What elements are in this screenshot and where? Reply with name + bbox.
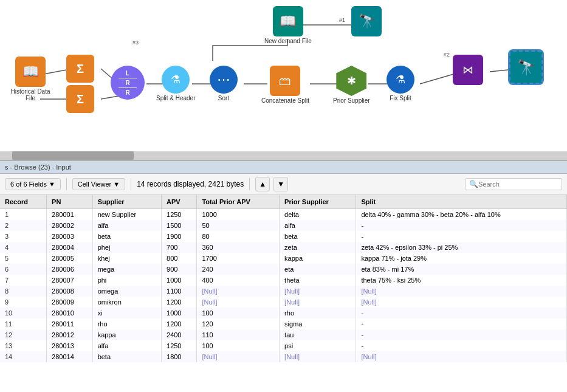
table-cell: 8 — [0, 286, 47, 297]
table-cell: 1100 — [162, 286, 197, 297]
node-split-header-label: Split & Header — [156, 95, 195, 101]
table-cell: kappa — [92, 329, 161, 340]
table-row: 6280006mega900240etaeta 83% - mi 17% — [0, 264, 567, 275]
svg-text:#1: #1 — [339, 17, 345, 23]
table-cell: psi — [280, 340, 356, 351]
table-cell: 1900 — [162, 231, 197, 242]
table-cell: eta 83% - mi 17% — [356, 264, 567, 275]
dropdown-arrow-icon: ▼ — [49, 181, 55, 188]
table-cell: 1000 — [197, 209, 280, 221]
table-cell: 280004 — [47, 242, 93, 253]
table-cell: [Null] — [356, 297, 567, 308]
table-header-row: Record PN Supplier APV Total Prior APV P… — [0, 195, 567, 209]
workflow-canvas: #1 #3 #2 📖 New demand File 🔭 📖 Historica… — [0, 0, 567, 161]
browse-toolbar: 6 of 6 Fields ▼ Cell Viewer ▼ 14 records… — [0, 174, 567, 195]
toolbar-separator-3 — [249, 178, 250, 190]
table-cell: [Null] — [356, 286, 567, 297]
node-concat-label: Concatenate Split — [261, 97, 309, 104]
table-cell: [Null] — [280, 351, 356, 362]
table-cell: 1700 — [197, 253, 280, 264]
node-branch[interactable]: ⋈ — [453, 55, 483, 85]
table-cell: beta — [92, 351, 161, 362]
node-sum1[interactable]: Σ — [66, 55, 94, 83]
node-split-header[interactable]: ⚗ Split & Header — [156, 66, 195, 101]
table-cell: theta — [280, 275, 356, 286]
table-cell: kappa 71% - jota 29% — [356, 253, 567, 264]
table-cell: rho — [280, 308, 356, 318]
col-header-apv: APV — [162, 195, 197, 209]
table-cell: 120 — [197, 318, 280, 329]
col-header-total-prior-apv: Total Prior APV — [197, 195, 280, 209]
table-cell: - — [356, 231, 567, 242]
data-table-container[interactable]: Record PN Supplier APV Total Prior APV P… — [0, 195, 567, 383]
dropdown-arrow-icon-2: ▼ — [113, 181, 120, 188]
node-fix-split[interactable]: ⚗ Fix Split — [387, 66, 414, 101]
table-cell: 280001 — [47, 209, 93, 221]
search-box[interactable]: 🔍 — [465, 178, 562, 190]
table-cell: - — [356, 340, 567, 351]
table-cell: sigma — [280, 318, 356, 329]
node-formula[interactable]: L R R — [111, 66, 145, 100]
node-sort[interactable]: ⋯ Sort — [210, 66, 238, 101]
table-cell: 9 — [0, 297, 47, 308]
node-prior-supplier-label: Prior Supplier — [333, 97, 370, 104]
node-new-demand[interactable]: 📖 New demand File — [264, 6, 312, 44]
node-browse-main[interactable]: 🔭 — [509, 50, 543, 84]
table-row: 12280012kappa2400110tau- — [0, 329, 567, 340]
table-cell: tau — [280, 329, 356, 340]
table-cell: 800 — [162, 253, 197, 264]
table-cell: 360 — [197, 242, 280, 253]
table-cell: alfa — [280, 220, 356, 231]
table-cell: 1000 — [162, 308, 197, 318]
node-sort-label: Sort — [218, 95, 229, 101]
nav-down-button[interactable]: ▼ — [273, 177, 288, 191]
node-new-demand-label: New demand File — [264, 38, 312, 44]
table-cell: 900 — [162, 264, 197, 275]
table-cell: 2 — [0, 220, 47, 231]
table-cell: alfa — [92, 220, 161, 231]
toolbar-separator-2 — [131, 178, 131, 190]
table-cell: 280010 — [47, 308, 93, 318]
table-cell: 280014 — [47, 351, 93, 362]
col-header-split: Split — [356, 195, 567, 209]
table-cell: 400 — [197, 275, 280, 286]
browse-panel-header: s - Browse (23) - Input — [0, 161, 567, 174]
node-sum2[interactable]: Σ — [66, 85, 94, 113]
table-cell: 1250 — [162, 209, 197, 221]
table-cell: xi — [92, 308, 161, 318]
table-cell: [Null] — [197, 351, 280, 362]
table-cell: 7 — [0, 275, 47, 286]
table-cell: 14 — [0, 351, 47, 362]
table-row: 13280013alfa1250100psi- — [0, 340, 567, 351]
fields-selector[interactable]: 6 of 6 Fields ▼ — [5, 178, 61, 190]
nav-up-button[interactable]: ▲ — [255, 177, 270, 191]
table-cell: 280007 — [47, 275, 93, 286]
svg-text:#2: #2 — [444, 52, 450, 58]
table-cell: 240 — [197, 264, 280, 275]
node-concat[interactable]: 🗃 Concatenate Split — [261, 66, 309, 104]
canvas-scroll-thumb[interactable] — [12, 151, 134, 160]
table-cell: 280012 — [47, 329, 93, 340]
table-cell: omikron — [92, 297, 161, 308]
table-cell: 110 — [197, 329, 280, 340]
table-cell: 4 — [0, 242, 47, 253]
svg-text:#3: #3 — [132, 40, 139, 46]
node-prior-supplier[interactable]: ✱ Prior Supplier — [333, 66, 370, 104]
canvas-scrollbar[interactable] — [0, 151, 567, 160]
table-cell: 13 — [0, 340, 47, 351]
table-cell: 10 — [0, 308, 47, 318]
table-cell: theta 75% - ksi 25% — [356, 275, 567, 286]
search-input[interactable] — [478, 181, 551, 188]
table-cell: 2400 — [162, 329, 197, 340]
node-browse-top[interactable]: 🔭 — [351, 6, 382, 36]
table-cell: 280008 — [47, 286, 93, 297]
table-cell: - — [356, 318, 567, 329]
table-cell: [Null] — [197, 297, 280, 308]
table-cell: beta — [92, 231, 161, 242]
table-cell: 5 — [0, 253, 47, 264]
table-cell: - — [356, 308, 567, 318]
cell-viewer-selector[interactable]: Cell Viewer ▼ — [72, 178, 125, 190]
node-hist-data[interactable]: 📖 Historical Data File — [6, 57, 55, 101]
table-row: 1280001new Supplier12501000deltadelta 40… — [0, 209, 567, 221]
table-row: 9280009omikron1200[Null][Null][Null] — [0, 297, 567, 308]
